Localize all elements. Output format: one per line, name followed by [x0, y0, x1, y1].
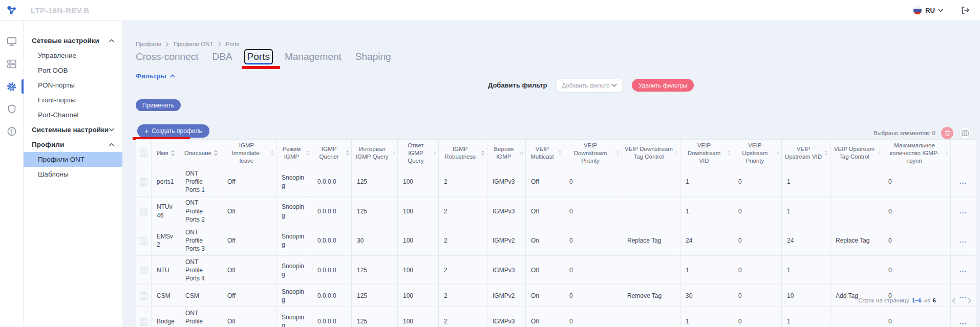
sidebar-item-label: Шаблоны [38, 170, 69, 178]
column-header[interactable]: VEIP Upstream Tag Control [830, 140, 883, 167]
table-cell: 1 [680, 307, 733, 327]
column-header[interactable]: VEIP Downstream Priority [564, 140, 622, 167]
delete-selected-button[interactable] [941, 127, 953, 139]
column-header[interactable]: Версия IGMP [487, 140, 526, 167]
brand-logo[interactable] [0, 5, 24, 16]
sidebar-item-port-channel[interactable]: Port-Channel [24, 107, 122, 122]
column-header-label: IGMP Querier [315, 145, 344, 161]
prev-page-button[interactable] [952, 298, 955, 303]
column-header[interactable]: VEIP Downstream VID [680, 140, 733, 167]
sidebar-item-front-ports[interactable]: Front-порты [24, 93, 122, 107]
sidebar-item-label: Front-порты [38, 96, 76, 104]
tab-ports[interactable]: Ports [244, 49, 273, 64]
column-header[interactable]: Интервал IGMP Query [352, 140, 398, 167]
chevron-up-icon [109, 143, 114, 146]
sidebar-item-ont-profiles[interactable]: Профили ONT [24, 152, 122, 167]
row-checkbox[interactable] [140, 208, 147, 215]
tab-label: DBA [212, 51, 232, 62]
sidebar-item-label: Профили ONT [38, 156, 84, 163]
add-filter-select[interactable]: Добавить фильтр [556, 78, 623, 92]
row-actions-button[interactable]: ... [951, 167, 976, 197]
column-header[interactable]: IGMP Immediate-leave [222, 140, 276, 167]
sort-icon [559, 150, 561, 156]
table-row: NTUv46ONT Profile Ports 2OffSnooping0.0.… [136, 197, 976, 226]
profiles-table-wrap: ИмяОписаниеIGMP Immediate-leaveРежим IGM… [136, 139, 976, 327]
sidebar-item-port-oob[interactable]: Port OOB [24, 63, 122, 78]
sidebar-item-system-settings[interactable]: Системные настройки [24, 122, 122, 137]
table-cell: NTUv46 [152, 197, 180, 226]
sidebar-item-management[interactable]: Управление [24, 48, 122, 63]
sidebar-item-templates[interactable]: Шаблоны [24, 167, 122, 182]
table-cell: 1 [680, 197, 733, 226]
table-cell: Add Tag [830, 285, 883, 307]
column-header-inner: VEIP Multicast [528, 145, 561, 161]
tab-cross-connect[interactable]: Cross-connect [136, 50, 199, 63]
filters-toggle[interactable]: Фильтры [136, 72, 175, 80]
breadcrumb-item[interactable]: Профили ONT [174, 41, 214, 47]
row-checkbox[interactable] [140, 237, 147, 245]
table-cell: 0 [733, 255, 782, 285]
apply-button[interactable]: Применить [136, 99, 181, 111]
breadcrumb-item[interactable]: Профили [136, 41, 161, 47]
sidebar-item-pon-ports[interactable]: PON-порты [24, 78, 122, 93]
create-profile-button[interactable]: + Создать профиль [137, 124, 209, 138]
plus-icon: + [144, 127, 148, 135]
column-header-label: IGMP Robustness [441, 145, 479, 161]
column-header-label: VEIP Upstream VID [784, 145, 822, 161]
row-actions-button[interactable]: ... [951, 307, 976, 327]
breadcrumb-separator-icon [218, 42, 221, 47]
column-header[interactable]: VEIP Downstream Tag Control [622, 140, 680, 167]
rail-item-security[interactable] [0, 104, 24, 114]
column-header-inner: Описание [183, 149, 219, 157]
column-header-inner: Максимальное количество IGMP-групп [886, 142, 948, 165]
column-header[interactable]: Описание [180, 140, 222, 167]
row-checkbox[interactable] [140, 292, 147, 300]
sidebar-item-profiles[interactable]: Профили [24, 137, 122, 152]
tab-dba[interactable]: DBA [212, 50, 232, 63]
next-page-button[interactable] [968, 298, 971, 303]
column-header[interactable]: VEIP Multicast [526, 140, 564, 167]
logout-button[interactable] [961, 6, 970, 15]
sidebar-item-network-settings[interactable]: Сетевые настройки [24, 33, 122, 48]
alert-icon [7, 126, 17, 137]
table-cell: ONT Profile Ports 2 [180, 197, 222, 226]
row-checkbox[interactable] [140, 178, 147, 186]
column-header[interactable]: VEIP Upstream VID [782, 140, 830, 167]
tab-shaping[interactable]: Shaping [355, 50, 391, 63]
add-filter-select-placeholder: Добавить фильтр [562, 82, 609, 89]
row-actions-button[interactable]: ... [951, 285, 976, 307]
sidebar-item-label: Port-Channel [38, 111, 79, 119]
breadcrumb-item[interactable]: Ports [226, 41, 240, 47]
column-header[interactable]: Имя [152, 140, 180, 167]
rail-item-monitoring[interactable] [0, 36, 24, 47]
table-cell: Snooping [276, 226, 312, 255]
row-checkbox[interactable] [140, 318, 147, 326]
sort-icon [675, 150, 677, 156]
row-actions-button[interactable]: ... [951, 255, 976, 285]
rail-item-settings[interactable] [0, 81, 24, 92]
breadcrumb: ПрофилиПрофили ONTPorts [136, 41, 239, 47]
rail-item-alerts[interactable] [0, 126, 24, 137]
column-settings-button[interactable] [959, 127, 971, 139]
table-cell: Off [222, 307, 276, 327]
chevron-down-icon [938, 9, 943, 12]
column-header[interactable]: Максимальное количество IGMP-групп [883, 140, 951, 167]
select-all-checkbox[interactable] [140, 149, 147, 157]
chevron-down-icon [611, 83, 617, 87]
tab-management[interactable]: Management [285, 50, 342, 63]
sort-icon [728, 150, 730, 156]
remove-filters-button[interactable]: Удалить фильтры [632, 79, 694, 92]
rail-item-devices[interactable] [0, 59, 24, 69]
column-header[interactable]: Ответ IGMP Query [398, 140, 439, 167]
column-header[interactable]: Режим IGMP [276, 140, 312, 167]
column-header[interactable]: IGMP Robustness [439, 140, 487, 167]
row-actions-button[interactable]: ... [951, 226, 976, 255]
red-annotation-underline [242, 66, 280, 69]
row-actions-button[interactable]: ... [951, 197, 976, 226]
row-checkbox[interactable] [140, 267, 147, 274]
table-cell [830, 197, 883, 226]
column-header[interactable]: IGMP Querier [312, 140, 352, 167]
language-switcher[interactable]: RU [913, 6, 943, 15]
table-cell: 125 [352, 255, 398, 285]
column-header[interactable]: VEIP Upstream Priority [733, 140, 782, 167]
